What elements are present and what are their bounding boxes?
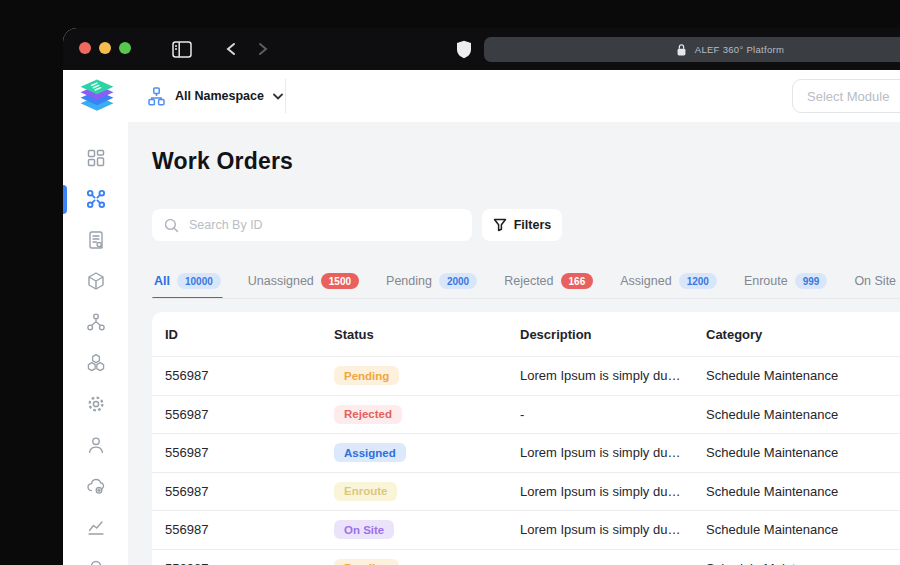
sidebar-item-network[interactable] [63, 302, 128, 343]
sidebar-item-more[interactable] [63, 547, 128, 565]
window-controls [79, 42, 131, 54]
status-badge: Pending [334, 559, 399, 565]
search-icon [164, 218, 179, 233]
sidebar-nav [63, 122, 128, 565]
tab-unassigned[interactable]: Unassigned1500 [246, 264, 361, 298]
cell-category: Schedule Maintenance [706, 522, 900, 537]
cell-id: 556987 [152, 561, 334, 565]
tab-label: Enroute [744, 274, 788, 288]
tab-label: Assigned [620, 274, 671, 288]
cell-description: Lorem Ipsum is simply du… [520, 368, 706, 383]
filter-funnel-icon [493, 218, 507, 232]
browser-chrome: ALEF 360° Platform [63, 28, 900, 70]
dashboard-icon [86, 148, 106, 168]
tab-label: Rejected [504, 274, 553, 288]
tab-count-badge: 1500 [321, 273, 359, 289]
table-row[interactable]: 556987PendingLorem Ipsum is simply du…Sc… [152, 356, 900, 395]
search-box [152, 209, 472, 241]
document-icon [86, 230, 106, 250]
column-header-id: ID [152, 327, 334, 342]
status-tabs: All10000Unassigned1500Pending2000Rejecte… [152, 264, 900, 299]
sidebar-item-documents[interactable] [63, 220, 128, 261]
cell-category: Schedule Maintenance [706, 445, 900, 460]
tab-count-badge: 10000 [177, 273, 221, 289]
forward-icon[interactable] [252, 39, 274, 59]
status-badge: On Site [334, 520, 394, 539]
sidebar-item-settings[interactable] [63, 383, 128, 424]
cell-id: 556987 [152, 484, 334, 499]
sidebar-item-users[interactable] [63, 424, 128, 465]
shield-icon[interactable] [453, 39, 475, 59]
minimize-window-button[interactable] [99, 42, 111, 54]
table-header: IDStatusDescriptionCategory [152, 312, 900, 356]
table-row[interactable]: 556987AssignedLorem Ipsum is simply du…S… [152, 433, 900, 472]
tab-rejected[interactable]: Rejected166 [502, 264, 595, 298]
status-badge: Enroute [334, 482, 397, 501]
user-icon [86, 435, 106, 455]
search-input[interactable] [187, 217, 472, 233]
cell-category: Schedule Maintenance [706, 368, 900, 383]
sidebar-item-analytics[interactable] [63, 506, 128, 547]
cell-id: 556987 [152, 368, 334, 383]
tab-pending[interactable]: Pending2000 [384, 264, 479, 298]
tab-count-badge: 1200 [679, 273, 717, 289]
sidebar-active-indicator [63, 185, 67, 214]
browser-window: ALEF 360° Platform All Namespace [63, 28, 900, 565]
cell-status: Rejected [334, 405, 520, 424]
chevron-down-icon [273, 93, 283, 100]
cell-category: Schedule Maintenance [706, 561, 900, 565]
tab-count-badge: 999 [795, 273, 828, 289]
cell-description: Lorem Ipsum is simply du… [520, 484, 706, 499]
status-badge: Rejected [334, 405, 402, 424]
sidebar-item-cloud-sync[interactable] [63, 465, 128, 506]
cell-description: - [520, 407, 706, 422]
address-text: ALEF 360° Platform [695, 44, 784, 55]
filters-button[interactable]: Filters [482, 209, 562, 241]
tab-label: On Site [854, 274, 896, 288]
table-row[interactable]: 556987Pending-Schedule Maintenance [152, 549, 900, 565]
network-nodes-icon [86, 312, 106, 332]
work-orders-table: IDStatusDescriptionCategory 556987Pendin… [152, 312, 900, 565]
table-row[interactable]: 556987Rejected-Schedule Maintenance [152, 395, 900, 434]
app-navbar: All Namespace Select Module [63, 70, 900, 122]
cell-status: Pending [334, 366, 520, 385]
tab-label: All [154, 274, 170, 288]
column-header-category: Category [706, 327, 900, 342]
cell-id: 556987 [152, 445, 334, 460]
work-orders-tools-icon [86, 189, 106, 209]
app-logo-icon [75, 76, 119, 120]
sidebar-item-assets[interactable] [63, 261, 128, 302]
zoom-window-button[interactable] [119, 42, 131, 54]
status-badge: Pending [334, 366, 399, 385]
cell-status: Pending [334, 559, 520, 565]
tab-label: Pending [386, 274, 432, 288]
page-title: Work Orders [152, 148, 293, 175]
tab-all[interactable]: All10000 [152, 264, 223, 298]
sidebar-item-dashboard[interactable] [63, 138, 128, 179]
cell-description: Lorem Ipsum is simply du… [520, 445, 706, 460]
sidebar-toggle-icon[interactable] [171, 39, 193, 59]
tab-enroute[interactable]: Enroute999 [742, 264, 829, 298]
status-badge: Assigned [334, 443, 406, 462]
cell-id: 556987 [152, 522, 334, 537]
table-row[interactable]: 556987On SiteLorem Ipsum is simply du…Sc… [152, 510, 900, 549]
cell-id: 556987 [152, 407, 334, 422]
close-window-button[interactable] [79, 42, 91, 54]
module-select[interactable]: Select Module [792, 79, 900, 113]
line-chart-icon [86, 517, 106, 537]
cell-description: Lorem Ipsum is simply du… [520, 522, 706, 537]
namespace-hierarchy-icon [147, 87, 166, 106]
cell-category: Schedule Maintenance [706, 407, 900, 422]
tab-on-site[interactable]: On Site156 [852, 264, 900, 298]
cell-category: Schedule Maintenance [706, 484, 900, 499]
table-row[interactable]: 556987EnrouteLorem Ipsum is simply du…Sc… [152, 472, 900, 511]
navbar-divider [285, 79, 286, 113]
sidebar-item-inventory[interactable] [63, 343, 128, 384]
tab-count-badge: 166 [561, 273, 594, 289]
sidebar-item-work-orders[interactable] [63, 179, 128, 220]
back-icon[interactable] [220, 39, 242, 59]
address-bar[interactable]: ALEF 360° Platform [484, 37, 900, 62]
namespace-selector[interactable]: All Namespace [147, 70, 283, 122]
cell-status: On Site [334, 520, 520, 539]
tab-assigned[interactable]: Assigned1200 [618, 264, 719, 298]
